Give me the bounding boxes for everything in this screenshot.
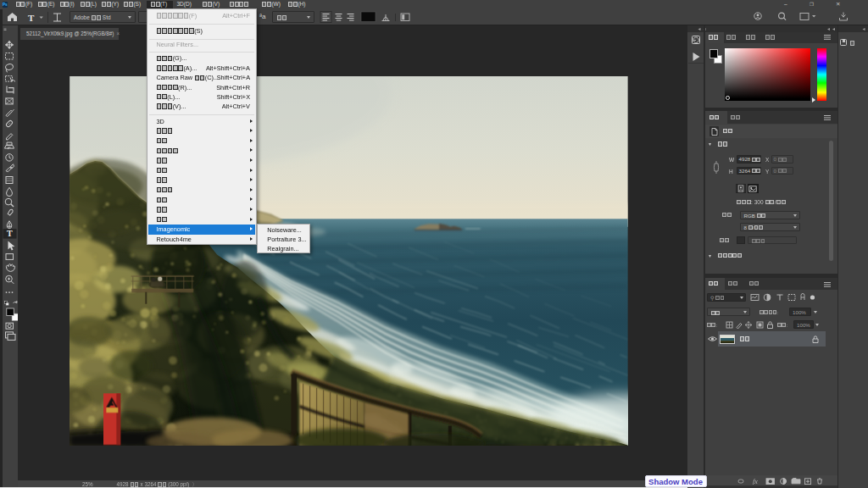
svg-text:T: T (28, 12, 35, 22)
svg-text:fx: fx (753, 478, 758, 485)
svg-text:T: T (6, 229, 12, 238)
